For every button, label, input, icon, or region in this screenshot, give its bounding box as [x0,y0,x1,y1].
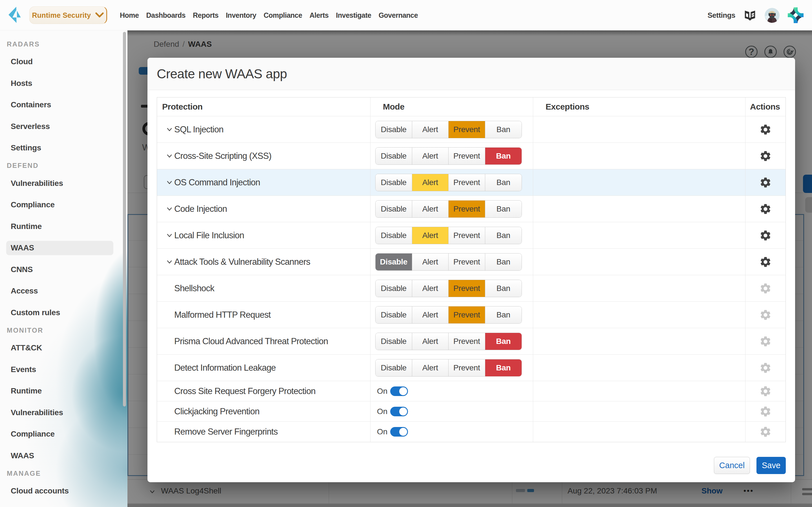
row-settings-gear-icon[interactable] [759,282,772,295]
mode-option-ban[interactable]: Ban [485,280,522,297]
sidebar-item-runtime[interactable]: Runtime [0,216,128,237]
sidebar-item-cloud-accounts[interactable]: Cloud accounts [0,480,128,502]
prisma-cloud-logo-icon[interactable] [788,7,804,23]
mode-option-prevent[interactable]: Prevent [449,306,485,323]
sidebar-item-cloud[interactable]: Cloud [0,51,128,73]
mode-option-prevent[interactable]: Prevent [449,201,485,217]
mode-option-alert[interactable]: Alert [412,201,449,217]
mode-option-disable[interactable]: Disable [375,333,412,350]
mode-option-alert[interactable]: Alert [412,174,449,191]
mode-option-disable[interactable]: Disable [375,359,412,376]
sidebar-item-compliance[interactable]: Compliance [0,424,128,445]
row-chevron-down-icon[interactable] [166,152,173,160]
mode-option-disable[interactable]: Disable [375,253,412,270]
nav-item-alerts[interactable]: Alerts [310,11,329,19]
nav-settings[interactable]: Settings [707,11,735,20]
sidebar-item-runtime[interactable]: Runtime [0,380,128,402]
sidebar-item-settings[interactable]: Settings [0,137,128,159]
actions-cell [746,401,785,421]
sidebar-item-cnns[interactable]: CNNS [0,259,128,281]
mode-option-prevent[interactable]: Prevent [449,148,485,165]
mode-option-disable[interactable]: Disable [375,306,412,323]
sidebar-item-waas[interactable]: WAAS [0,445,128,467]
row-settings-gear-icon[interactable] [759,335,772,348]
nav-item-governance[interactable]: Governance [378,11,418,19]
mode-option-alert[interactable]: Alert [412,121,449,138]
protection-toggle[interactable] [390,427,408,437]
sidebar-item-compliance[interactable]: Compliance [0,194,128,216]
documentation-book-icon[interactable] [744,9,756,22]
row-settings-gear-icon[interactable] [759,256,772,268]
mode-option-ban[interactable]: Ban [485,174,522,191]
sidebar-item-waas[interactable]: WAAS [0,237,128,259]
compute-logo-icon[interactable] [8,7,21,23]
nav-item-home[interactable]: Home [120,11,139,19]
mode-option-alert[interactable]: Alert [412,253,449,270]
sidebar-item-serverless[interactable]: Serverless [0,116,128,137]
row-settings-gear-icon[interactable] [759,176,772,189]
row-chevron-down-icon[interactable] [166,232,173,239]
mode-option-alert[interactable]: Alert [412,148,449,165]
mode-option-ban[interactable]: Ban [485,121,522,138]
mode-option-prevent[interactable]: Prevent [449,280,485,297]
row-settings-gear-icon[interactable] [759,309,772,321]
mode-option-ban[interactable]: Ban [485,306,522,323]
mode-option-alert[interactable]: Alert [412,227,449,244]
product-switcher[interactable]: Runtime Security [29,6,107,24]
row-chevron-down-icon[interactable] [166,126,173,133]
sidebar-item-access[interactable]: Access [0,280,128,302]
nav-item-dashboards[interactable]: Dashboards [146,11,185,19]
mode-option-disable[interactable]: Disable [375,280,412,297]
mode-option-ban[interactable]: Ban [485,359,522,376]
mode-option-disable[interactable]: Disable [375,227,412,244]
nav-item-compliance[interactable]: Compliance [264,11,302,19]
row-settings-gear-icon[interactable] [759,385,772,397]
protection-toggle[interactable] [390,407,408,416]
sidebar-item-containers[interactable]: Containers [0,94,128,116]
mode-option-alert[interactable]: Alert [412,306,449,323]
row-settings-gear-icon[interactable] [759,229,772,242]
row-chevron-down-icon[interactable] [166,258,173,266]
mode-option-prevent[interactable]: Prevent [449,333,485,350]
mode-option-ban[interactable]: Ban [485,333,522,350]
save-button[interactable]: Save [756,457,786,474]
user-avatar[interactable] [765,8,779,23]
row-settings-gear-icon[interactable] [759,150,772,162]
mode-option-ban[interactable]: Ban [485,253,522,270]
mode-option-ban[interactable]: Ban [485,227,522,244]
nav-item-reports[interactable]: Reports [193,11,218,19]
mode-option-prevent[interactable]: Prevent [449,227,485,244]
sidebar-scrollbar[interactable] [123,32,126,406]
nav-item-investigate[interactable]: Investigate [336,11,371,19]
mode-option-prevent[interactable]: Prevent [449,174,485,191]
mode-option-ban[interactable]: Ban [485,201,522,217]
row-chevron-down-icon[interactable] [166,179,173,186]
mode-option-ban[interactable]: Ban [485,148,522,165]
row-chevron-down-icon[interactable] [166,205,173,213]
mode-option-prevent[interactable]: Prevent [449,253,485,270]
sidebar-item-vulnerabilities[interactable]: Vulnerabilities [0,173,128,194]
mode-option-prevent[interactable]: Prevent [449,121,485,138]
mode-option-alert[interactable]: Alert [412,359,449,376]
table-row: Remove Server FingerprintsOn [157,421,785,442]
mode-option-disable[interactable]: Disable [375,148,412,165]
row-settings-gear-icon[interactable] [759,405,772,418]
row-settings-gear-icon[interactable] [759,362,772,374]
sidebar-item-vulnerabilities[interactable]: Vulnerabilities [0,402,128,424]
sidebar-item-hosts[interactable]: Hosts [0,73,128,94]
mode-option-prevent[interactable]: Prevent [449,359,485,376]
sidebar-item-events[interactable]: Events [0,359,128,381]
protection-toggle[interactable] [390,386,408,396]
row-settings-gear-icon[interactable] [759,123,772,136]
row-settings-gear-icon[interactable] [759,426,772,438]
mode-option-disable[interactable]: Disable [375,174,412,191]
sidebar-item-custom-rules[interactable]: Custom rules [0,302,128,324]
mode-option-disable[interactable]: Disable [375,201,412,217]
cancel-button[interactable]: Cancel [714,457,750,474]
mode-option-alert[interactable]: Alert [412,333,449,350]
row-settings-gear-icon[interactable] [759,203,772,215]
sidebar-item-att-ck[interactable]: ATT&CK [0,337,128,359]
mode-option-alert[interactable]: Alert [412,280,449,297]
mode-option-disable[interactable]: Disable [375,121,412,138]
nav-item-inventory[interactable]: Inventory [226,11,256,19]
